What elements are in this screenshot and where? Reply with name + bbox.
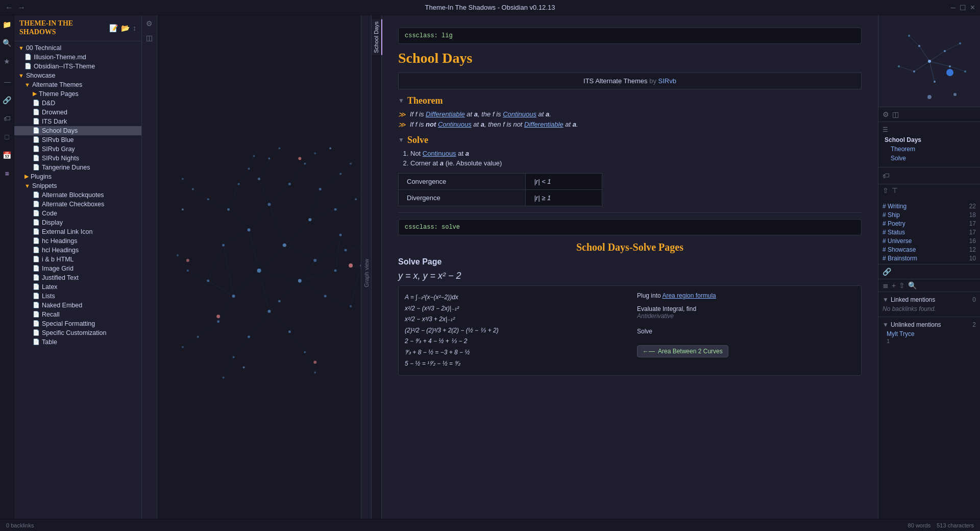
right-filter-icon[interactable]: ◫ bbox=[892, 110, 899, 118]
sidebar-item-drowned[interactable]: 📄 Drowned bbox=[14, 108, 141, 117]
area-btn[interactable]: ←— Area Between 2 Curves bbox=[637, 341, 855, 357]
window-nav[interactable]: ← → bbox=[5, 3, 26, 12]
sidebar-item-dnd[interactable]: 📄 D&D bbox=[14, 99, 141, 108]
left-ribbon: 📁 🔍 ★ ⸻ 🔗 🏷 □ 📅 ≡ ⚙ bbox=[0, 15, 14, 531]
rp-up2-icon[interactable]: ⇧ bbox=[899, 281, 905, 289]
sidebar-item-sirvb-gray[interactable]: 📄 SIRvb Gray bbox=[14, 144, 141, 154]
ribbon-canvas-icon[interactable]: □ bbox=[2, 132, 12, 142]
tag-icon[interactable]: 🏷 bbox=[883, 172, 890, 180]
sidebar-item-sirvb-nights[interactable]: 📄 SIRvb Nights bbox=[14, 154, 141, 163]
sidebar-item-recall[interactable]: 📄 Recall bbox=[14, 310, 141, 319]
sidebar-label: 00 Technical bbox=[26, 44, 61, 52]
ribbon-links-icon[interactable]: 🔗 bbox=[2, 95, 12, 105]
right-settings-icon[interactable]: ⚙ bbox=[883, 110, 889, 118]
sidebar-item-lists[interactable]: 📄 Lists bbox=[14, 292, 141, 301]
collapse-arrow[interactable]: ▼ bbox=[398, 97, 404, 105]
link-icon[interactable]: 🔗 bbox=[883, 268, 891, 276]
sidebar-item-its-theme[interactable]: 📄 Obsidian--ITS-Theme bbox=[14, 62, 141, 71]
graph-settings-icon[interactable]: ⚙ bbox=[146, 19, 153, 28]
sidebar-item-image-grid[interactable]: 📄 Image Grid bbox=[14, 264, 141, 273]
ribbon-search-icon[interactable]: 🔍 bbox=[2, 38, 12, 48]
sidebar-item-code[interactable]: 📄 Code bbox=[14, 209, 141, 218]
sidebar-item-table[interactable]: 📄 Table bbox=[14, 337, 141, 347]
sidebar-item-i-b-html[interactable]: 📄 i & b HTML bbox=[14, 255, 141, 264]
sidebar-item-naked-embed[interactable]: 📄 Naked Embed bbox=[14, 301, 141, 310]
unlinked-collapse[interactable]: ▼ bbox=[883, 321, 889, 328]
sidebar-item-00-technical[interactable]: ▼ 00 Technical bbox=[14, 43, 141, 53]
area-between-curves-button[interactable]: ←— Area Between 2 Curves bbox=[637, 345, 728, 357]
tag-poetry[interactable]: # Poetry 17 bbox=[883, 220, 976, 227]
sidebar-item-justified-text[interactable]: 📄 Justified Text bbox=[14, 273, 141, 282]
outline-solve[interactable]: Solve bbox=[883, 154, 976, 163]
tag-ship[interactable]: # Ship 18 bbox=[883, 211, 976, 219]
solve-label: Solve bbox=[407, 135, 428, 146]
maximize-button[interactable]: ☐ bbox=[960, 4, 966, 12]
tag-showcase[interactable]: # Showcase 12 bbox=[883, 246, 976, 253]
sort-icon[interactable]: ↕ bbox=[133, 24, 136, 32]
sidebar-item-hcl-headings[interactable]: 📄 hcl Headings bbox=[14, 246, 141, 255]
sidebar-item-school-days[interactable]: 📄 School Days bbox=[14, 126, 141, 135]
rp-up-icon[interactable]: ⇧ bbox=[883, 186, 889, 195]
ribbon-bookmarks-icon[interactable]: ★ bbox=[2, 56, 12, 66]
sidebar-label: Showcase bbox=[26, 72, 56, 79]
file-icon: 📄 bbox=[33, 237, 40, 244]
sidebar-item-latex[interactable]: 📄 Latex bbox=[14, 282, 141, 292]
sidebar-item-its-dark[interactable]: 📄 ITS Dark bbox=[14, 117, 141, 126]
ribbon-tags-icon[interactable]: 🏷 bbox=[2, 113, 12, 124]
unlinked-mentions-section: ▼ Unlinked mentions 2 Mylt Tryce 1 bbox=[878, 317, 980, 349]
window-controls[interactable]: – ☐ × bbox=[951, 3, 975, 12]
rp-align-icon[interactable]: ≣ bbox=[883, 281, 889, 289]
sidebar-item-snippets[interactable]: ▼ Snippets bbox=[14, 181, 141, 190]
back-button[interactable]: ← bbox=[5, 3, 13, 12]
new-note-icon[interactable]: 📝 bbox=[109, 24, 118, 32]
graph-filter-icon[interactable]: ◫ bbox=[146, 34, 153, 42]
ribbon-active-icon[interactable]: ≡ bbox=[2, 168, 12, 179]
ribbon-files-icon[interactable]: 📁 bbox=[2, 19, 12, 30]
ribbon-daily-icon[interactable]: 📅 bbox=[2, 150, 12, 160]
sidebar-item-tangerine-dunes[interactable]: 📄 Tangerine Dunes bbox=[14, 163, 141, 172]
rp-plus-icon[interactable]: + bbox=[892, 281, 896, 289]
svg-point-78 bbox=[258, 178, 260, 180]
sidebar-item-alternate-blockquotes[interactable]: 📄 Alternate Blockquotes bbox=[14, 190, 141, 200]
mention-item[interactable]: Mylt Tryce bbox=[883, 330, 976, 337]
tag-writing[interactable]: # Writing 22 bbox=[883, 203, 976, 210]
sidebar-label: Illusion-Theme.md bbox=[34, 54, 86, 61]
linked-collapse[interactable]: ▼ bbox=[883, 296, 889, 303]
sidebar-item-alternate-checkboxes[interactable]: 📄 Alternate Checkboxes bbox=[14, 200, 141, 209]
tab-school-days[interactable]: School Days bbox=[372, 19, 382, 55]
svg-point-133 bbox=[908, 35, 910, 37]
sidebar-item-display[interactable]: 📄 Display bbox=[14, 218, 141, 227]
sidebar-item-hc-headings[interactable]: 📄 hc Headings bbox=[14, 236, 141, 246]
sidebar-item-sirvb-blue[interactable]: 📄 SIRvb Blue bbox=[14, 135, 141, 144]
outline-school-days[interactable]: School Days bbox=[883, 135, 976, 144]
sidebar-item-plugins[interactable]: ▶ Plugins bbox=[14, 172, 141, 181]
graph-visualization[interactable] bbox=[157, 15, 371, 531]
banner-text: ITS Alternate Themes bbox=[583, 77, 648, 85]
tag-brainstorm[interactable]: # Brainstorm 10 bbox=[883, 255, 976, 262]
new-folder-icon[interactable]: 📂 bbox=[121, 24, 130, 32]
sidebar-item-alternate-themes[interactable]: ▼ Alternate Themes bbox=[14, 80, 141, 89]
sidebar-item-specific-customization[interactable]: 📄 Specific Customization bbox=[14, 328, 141, 337]
svg-point-135 bbox=[898, 65, 900, 67]
outline-theorem[interactable]: Theorem bbox=[883, 144, 976, 154]
tag-status[interactable]: # Status 17 bbox=[883, 229, 976, 236]
close-button[interactable]: × bbox=[970, 3, 975, 12]
rp-table-icon[interactable]: ⊤ bbox=[892, 186, 898, 195]
svg-point-102 bbox=[329, 148, 331, 150]
sidebar-item-showcase[interactable]: ▼ Showcase bbox=[14, 71, 141, 80]
solve-collapse-arrow[interactable]: ▼ bbox=[398, 136, 404, 144]
svg-point-127 bbox=[944, 50, 946, 52]
sidebar-item-theme-pages[interactable]: ▶ Theme Pages bbox=[14, 89, 141, 99]
solve-grid: A = ∫₋₁²(x−(x²−2))dx x²/2 − (x³/3 − 2x)|… bbox=[405, 292, 855, 369]
sidebar-item-special-formatting[interactable]: 📄 Special Formatting bbox=[14, 319, 141, 328]
area-region-link[interactable]: Area region formula bbox=[662, 292, 716, 299]
minimize-button[interactable]: – bbox=[951, 3, 955, 12]
tag-universe[interactable]: # Universe 16 bbox=[883, 237, 976, 245]
sidebar-item-illusion-theme[interactable]: 📄 Illusion-Theme.md bbox=[14, 53, 141, 62]
rp-search2-icon[interactable]: 🔍 bbox=[908, 281, 917, 289]
forward-button[interactable]: → bbox=[17, 3, 26, 12]
sidebar-item-external-link-icon[interactable]: 📄 External Link Icon bbox=[14, 227, 141, 236]
file-icon: 📄 bbox=[33, 274, 40, 281]
area-btn-label: Area Between 2 Curves bbox=[658, 348, 723, 355]
ribbon-graph-icon[interactable]: ⸻ bbox=[2, 77, 12, 87]
